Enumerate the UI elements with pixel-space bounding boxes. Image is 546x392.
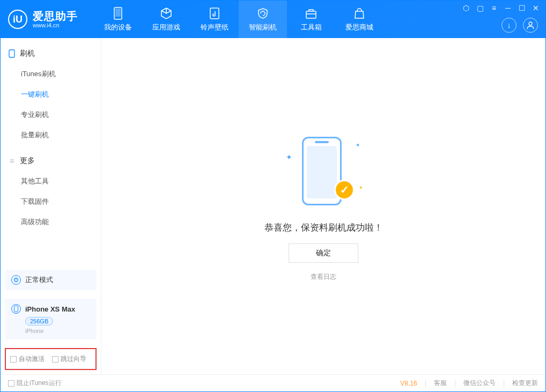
tab-store[interactable]: 爱思商城 bbox=[335, 1, 383, 38]
bag-icon bbox=[353, 7, 366, 20]
check-badge-icon: ✓ bbox=[334, 180, 355, 200]
sidebar-section-flash: 刷机 iTunes刷机 一键刷机 专业刷机 批量刷机 bbox=[1, 38, 101, 145]
footer-right: V8.16 | 客服 | 微信公众号 | 检查更新 bbox=[400, 379, 538, 388]
checkbox-block-itunes[interactable]: 阻止iTunes运行 bbox=[8, 379, 62, 388]
footer-link-support[interactable]: 客服 bbox=[434, 379, 447, 388]
sparkle-icon: ✦ bbox=[286, 153, 292, 161]
mode-box[interactable]: 正常模式 bbox=[5, 270, 97, 290]
menu-icon[interactable]: ≡ bbox=[490, 4, 498, 12]
header-right-actions: ↓ bbox=[501, 18, 538, 33]
brand-title: 爱思助手 bbox=[33, 10, 78, 22]
options-box: 自动激活 跳过向导 bbox=[5, 348, 97, 370]
sidebar-section-more: ≡ 更多 其他工具 下载固件 高级功能 bbox=[1, 145, 101, 232]
success-illustration: ✦ ✦ ✦ ✓ bbox=[281, 131, 366, 212]
svg-rect-2 bbox=[210, 8, 219, 19]
sidebar-item-oneclick-flash[interactable]: 一键刷机 bbox=[1, 84, 101, 105]
svg-rect-3 bbox=[306, 11, 316, 18]
window-controls: ⬡ ▢ ≡ ─ ☐ ✕ bbox=[462, 4, 540, 12]
mode-icon bbox=[11, 275, 21, 285]
view-log-link[interactable]: 查看日志 bbox=[311, 272, 336, 282]
tab-label: 应用游戏 bbox=[152, 23, 180, 32]
phone-small-icon bbox=[11, 304, 21, 314]
sidebar-item-batch-flash[interactable]: 批量刷机 bbox=[1, 125, 101, 145]
music-file-icon bbox=[208, 7, 221, 20]
header: iU 爱思助手 www.i4.cn 我的设备 应用游戏 铃声壁纸 智能刷机 bbox=[1, 1, 545, 38]
checkbox-icon bbox=[8, 380, 14, 387]
brand-url: www.i4.cn bbox=[33, 22, 78, 28]
minimize-button[interactable]: ─ bbox=[504, 4, 512, 12]
mode-label: 正常模式 bbox=[25, 275, 53, 285]
cube-icon bbox=[160, 7, 173, 20]
checkbox-icon bbox=[10, 356, 17, 363]
ok-button[interactable]: 确定 bbox=[289, 243, 358, 263]
checkbox-icon bbox=[52, 356, 58, 363]
tab-label: 爱思商城 bbox=[345, 23, 373, 32]
close-button[interactable]: ✕ bbox=[532, 4, 540, 12]
sidebar-item-download-firmware[interactable]: 下载固件 bbox=[1, 191, 101, 212]
version-label: V8.16 bbox=[400, 380, 417, 387]
logo-icon: iU bbox=[8, 10, 27, 29]
sidebar-item-pro-flash[interactable]: 专业刷机 bbox=[1, 105, 101, 125]
tab-toolbox[interactable]: 工具箱 bbox=[287, 1, 335, 38]
sparkle-icon: ✦ bbox=[359, 185, 363, 190]
tab-ringtones[interactable]: 铃声壁纸 bbox=[190, 1, 239, 38]
tab-label: 智能刷机 bbox=[249, 23, 277, 32]
main-tabs: 我的设备 应用游戏 铃声壁纸 智能刷机 工具箱 爱思商城 bbox=[94, 1, 383, 38]
sidebar-head-label: 更多 bbox=[20, 156, 35, 166]
checkbox-label: 跳过向导 bbox=[61, 354, 86, 364]
tab-label: 我的设备 bbox=[104, 23, 132, 32]
sparkle-icon: ✦ bbox=[356, 142, 360, 148]
download-button[interactable]: ↓ bbox=[501, 18, 517, 33]
footer-link-wechat[interactable]: 微信公众号 bbox=[463, 379, 496, 388]
tab-label: 工具箱 bbox=[301, 23, 322, 32]
svg-point-4 bbox=[529, 22, 532, 25]
svg-point-7 bbox=[16, 279, 17, 280]
sidebar-head-flash: 刷机 bbox=[1, 43, 101, 64]
checkbox-label: 阻止iTunes运行 bbox=[17, 379, 62, 388]
main-content: ✦ ✦ ✦ ✓ 恭喜您，保资料刷机成功啦！ 确定 查看日志 bbox=[101, 38, 545, 374]
sidebar-item-itunes-flash[interactable]: iTunes刷机 bbox=[1, 64, 101, 84]
footer: 阻止iTunes运行 V8.16 | 客服 | 微信公众号 | 检查更新 bbox=[1, 374, 545, 391]
lock-icon[interactable]: ▢ bbox=[476, 4, 484, 12]
footer-link-update[interactable]: 检查更新 bbox=[512, 379, 538, 388]
checkbox-auto-activate[interactable]: 自动激活 bbox=[10, 354, 45, 364]
device-type: iPhone bbox=[25, 328, 90, 334]
body: 刷机 iTunes刷机 一键刷机 专业刷机 批量刷机 ≡ 更多 其他工具 下载固… bbox=[1, 38, 545, 374]
tab-flash[interactable]: 智能刷机 bbox=[239, 1, 287, 38]
user-button[interactable] bbox=[523, 18, 538, 33]
success-message: 恭喜您，保资料刷机成功啦！ bbox=[264, 221, 383, 234]
tshirt-icon[interactable]: ⬡ bbox=[462, 4, 470, 12]
sidebar-head-label: 刷机 bbox=[20, 49, 35, 58]
sidebar: 刷机 iTunes刷机 一键刷机 专业刷机 批量刷机 ≡ 更多 其他工具 下载固… bbox=[1, 38, 101, 374]
refresh-shield-icon bbox=[256, 7, 269, 20]
device-storage-badge: 256GB bbox=[25, 317, 53, 326]
toolbox-icon bbox=[305, 7, 318, 20]
list-icon: ≡ bbox=[8, 157, 16, 165]
device-box[interactable]: iPhone XS Max 256GB iPhone bbox=[5, 299, 97, 339]
app-window: iU 爱思助手 www.i4.cn 我的设备 应用游戏 铃声壁纸 智能刷机 bbox=[0, 0, 546, 392]
checkbox-label: 自动激活 bbox=[19, 354, 45, 364]
sidebar-item-advanced[interactable]: 高级功能 bbox=[1, 212, 101, 232]
device-name: iPhone XS Max bbox=[25, 305, 75, 313]
sidebar-item-other-tools[interactable]: 其他工具 bbox=[1, 171, 101, 191]
svg-rect-5 bbox=[9, 50, 14, 57]
tab-my-device[interactable]: 我的设备 bbox=[94, 1, 142, 38]
brand: iU 爱思助手 www.i4.cn bbox=[8, 10, 78, 29]
tab-label: 铃声壁纸 bbox=[201, 23, 228, 32]
tab-apps[interactable]: 应用游戏 bbox=[142, 1, 190, 38]
svg-rect-8 bbox=[14, 306, 18, 312]
svg-rect-1 bbox=[115, 9, 121, 17]
phone-icon bbox=[112, 7, 124, 20]
sidebar-head-more: ≡ 更多 bbox=[1, 151, 101, 171]
device-icon bbox=[8, 50, 16, 57]
maximize-button[interactable]: ☐ bbox=[518, 4, 526, 12]
checkbox-skip-guide[interactable]: 跳过向导 bbox=[52, 354, 86, 364]
